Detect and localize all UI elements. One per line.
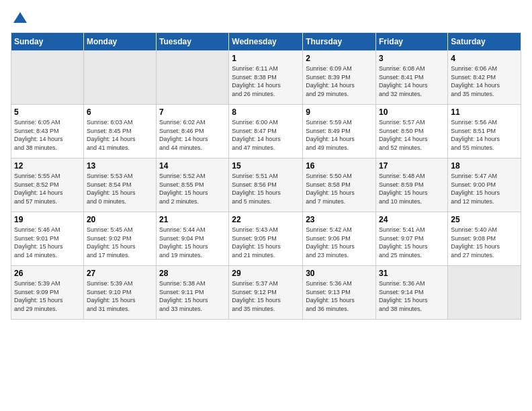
calendar-cell: 21Sunrise: 5:44 AM Sunset: 9:04 PM Dayli…: [157, 212, 229, 266]
calendar-cell: [448, 266, 521, 320]
header-cell-sunday: Sunday: [11, 33, 84, 51]
day-info: Sunrise: 5:51 AM Sunset: 8:56 PM Dayligh…: [232, 172, 300, 205]
page-header: [11, 11, 521, 27]
day-number: 14: [159, 161, 226, 171]
calendar-cell: 6Sunrise: 6:03 AM Sunset: 8:45 PM Daylig…: [83, 105, 156, 158]
header-cell-monday: Monday: [83, 33, 156, 51]
day-number: 18: [451, 161, 518, 171]
day-number: 26: [14, 269, 81, 278]
day-info: Sunrise: 5:57 AM Sunset: 8:50 PM Dayligh…: [379, 118, 445, 152]
day-number: 3: [379, 54, 445, 63]
day-info: Sunrise: 5:43 AM Sunset: 9:05 PM Dayligh…: [232, 226, 300, 259]
day-info: Sunrise: 5:45 AM Sunset: 9:02 PM Dayligh…: [87, 226, 153, 259]
day-number: 23: [306, 215, 373, 224]
day-number: 1: [232, 54, 300, 63]
header-cell-friday: Friday: [376, 33, 448, 51]
week-row: 12Sunrise: 5:55 AM Sunset: 8:52 PM Dayli…: [11, 158, 521, 212]
calendar-cell: 16Sunrise: 5:50 AM Sunset: 8:58 PM Dayli…: [303, 158, 376, 212]
day-number: 4: [451, 54, 518, 63]
calendar-cell: 30Sunrise: 5:36 AM Sunset: 9:13 PM Dayli…: [303, 266, 376, 320]
header-cell-saturday: Saturday: [448, 33, 521, 51]
day-info: Sunrise: 5:50 AM Sunset: 8:58 PM Dayligh…: [306, 172, 373, 205]
day-info: Sunrise: 5:38 AM Sunset: 9:11 PM Dayligh…: [159, 279, 226, 313]
calendar-cell: 29Sunrise: 5:37 AM Sunset: 9:12 PM Dayli…: [229, 266, 303, 320]
calendar-cell: 28Sunrise: 5:38 AM Sunset: 9:11 PM Dayli…: [157, 266, 229, 320]
calendar-cell: 22Sunrise: 5:43 AM Sunset: 9:05 PM Dayli…: [229, 212, 303, 266]
calendar-cell: 17Sunrise: 5:48 AM Sunset: 8:59 PM Dayli…: [376, 158, 448, 212]
calendar-cell: 1Sunrise: 6:11 AM Sunset: 8:38 PM Daylig…: [229, 51, 303, 105]
header-cell-tuesday: Tuesday: [157, 33, 229, 51]
logo-icon: [12, 11, 28, 27]
calendar-cell: 11Sunrise: 5:56 AM Sunset: 8:51 PM Dayli…: [448, 105, 521, 158]
day-info: Sunrise: 5:44 AM Sunset: 9:04 PM Dayligh…: [159, 226, 226, 259]
day-number: 11: [451, 107, 518, 117]
calendar-cell: 8Sunrise: 6:00 AM Sunset: 8:47 PM Daylig…: [229, 105, 303, 158]
day-info: Sunrise: 5:56 AM Sunset: 8:51 PM Dayligh…: [451, 118, 518, 152]
day-number: 19: [14, 215, 81, 224]
day-info: Sunrise: 6:03 AM Sunset: 8:45 PM Dayligh…: [87, 118, 153, 152]
calendar-cell: 2Sunrise: 6:09 AM Sunset: 8:39 PM Daylig…: [303, 51, 376, 105]
day-number: 22: [232, 215, 300, 224]
calendar-cell: 26Sunrise: 5:39 AM Sunset: 9:09 PM Dayli…: [11, 266, 84, 320]
calendar-cell: 19Sunrise: 5:46 AM Sunset: 9:01 PM Dayli…: [11, 212, 84, 266]
calendar-cell: 31Sunrise: 5:36 AM Sunset: 9:14 PM Dayli…: [376, 266, 448, 320]
day-number: 9: [306, 107, 373, 117]
week-row: 1Sunrise: 6:11 AM Sunset: 8:38 PM Daylig…: [11, 51, 521, 105]
day-info: Sunrise: 5:36 AM Sunset: 9:13 PM Dayligh…: [306, 279, 373, 313]
day-info: Sunrise: 6:05 AM Sunset: 8:43 PM Dayligh…: [14, 118, 81, 152]
calendar-header: SundayMondayTuesdayWednesdayThursdayFrid…: [11, 33, 521, 51]
calendar-cell: 20Sunrise: 5:45 AM Sunset: 9:02 PM Dayli…: [83, 212, 156, 266]
calendar-table: SundayMondayTuesdayWednesdayThursdayFrid…: [11, 32, 521, 320]
day-info: Sunrise: 6:00 AM Sunset: 8:47 PM Dayligh…: [232, 118, 300, 152]
day-info: Sunrise: 6:06 AM Sunset: 8:42 PM Dayligh…: [451, 64, 518, 98]
header-cell-thursday: Thursday: [303, 33, 376, 51]
day-info: Sunrise: 5:40 AM Sunset: 9:08 PM Dayligh…: [451, 226, 518, 259]
day-number: 15: [232, 161, 300, 171]
day-number: 5: [14, 107, 81, 117]
calendar-cell: 5Sunrise: 6:05 AM Sunset: 8:43 PM Daylig…: [11, 105, 84, 158]
day-info: Sunrise: 5:53 AM Sunset: 8:54 PM Dayligh…: [87, 172, 153, 205]
calendar-cell: 23Sunrise: 5:42 AM Sunset: 9:06 PM Dayli…: [303, 212, 376, 266]
day-number: 17: [379, 161, 445, 171]
day-number: 2: [306, 54, 373, 63]
day-info: Sunrise: 5:55 AM Sunset: 8:52 PM Dayligh…: [14, 172, 81, 205]
header-row: SundayMondayTuesdayWednesdayThursdayFrid…: [11, 33, 521, 51]
calendar-body: 1Sunrise: 6:11 AM Sunset: 8:38 PM Daylig…: [11, 51, 521, 320]
day-info: Sunrise: 6:02 AM Sunset: 8:46 PM Dayligh…: [159, 118, 226, 152]
day-number: 29: [232, 269, 300, 278]
day-number: 7: [159, 107, 226, 117]
week-row: 26Sunrise: 5:39 AM Sunset: 9:09 PM Dayli…: [11, 266, 521, 320]
calendar-cell: 9Sunrise: 5:59 AM Sunset: 8:49 PM Daylig…: [303, 105, 376, 158]
calendar-cell: 7Sunrise: 6:02 AM Sunset: 8:46 PM Daylig…: [157, 105, 229, 158]
day-info: Sunrise: 5:42 AM Sunset: 9:06 PM Dayligh…: [306, 226, 373, 259]
day-number: 24: [379, 215, 445, 224]
day-info: Sunrise: 5:52 AM Sunset: 8:55 PM Dayligh…: [159, 172, 226, 205]
day-info: Sunrise: 5:47 AM Sunset: 9:00 PM Dayligh…: [451, 172, 518, 205]
day-info: Sunrise: 5:36 AM Sunset: 9:14 PM Dayligh…: [379, 279, 445, 313]
calendar-cell: 10Sunrise: 5:57 AM Sunset: 8:50 PM Dayli…: [376, 105, 448, 158]
day-info: Sunrise: 6:09 AM Sunset: 8:39 PM Dayligh…: [306, 64, 373, 98]
header-cell-wednesday: Wednesday: [229, 33, 303, 51]
calendar-cell: 25Sunrise: 5:40 AM Sunset: 9:08 PM Dayli…: [448, 212, 521, 266]
day-info: Sunrise: 5:46 AM Sunset: 9:01 PM Dayligh…: [14, 226, 81, 259]
calendar-cell: 12Sunrise: 5:55 AM Sunset: 8:52 PM Dayli…: [11, 158, 84, 212]
day-info: Sunrise: 6:08 AM Sunset: 8:41 PM Dayligh…: [379, 64, 445, 98]
day-number: 31: [379, 269, 445, 278]
day-number: 20: [87, 215, 153, 224]
calendar-cell: [83, 51, 156, 105]
day-number: 6: [87, 107, 153, 117]
day-number: 8: [232, 107, 300, 117]
day-number: 28: [159, 269, 226, 278]
day-number: 25: [451, 215, 518, 224]
calendar-cell: 13Sunrise: 5:53 AM Sunset: 8:54 PM Dayli…: [83, 158, 156, 212]
calendar-cell: 18Sunrise: 5:47 AM Sunset: 9:00 PM Dayli…: [448, 158, 521, 212]
calendar-cell: 14Sunrise: 5:52 AM Sunset: 8:55 PM Dayli…: [157, 158, 229, 212]
day-info: Sunrise: 5:59 AM Sunset: 8:49 PM Dayligh…: [306, 118, 373, 152]
calendar-cell: 3Sunrise: 6:08 AM Sunset: 8:41 PM Daylig…: [376, 51, 448, 105]
day-info: Sunrise: 5:39 AM Sunset: 9:10 PM Dayligh…: [87, 279, 153, 313]
day-number: 27: [87, 269, 153, 278]
day-number: 13: [87, 161, 153, 171]
day-info: Sunrise: 5:37 AM Sunset: 9:12 PM Dayligh…: [232, 279, 300, 313]
week-row: 5Sunrise: 6:05 AM Sunset: 8:43 PM Daylig…: [11, 105, 521, 158]
day-info: Sunrise: 5:41 AM Sunset: 9:07 PM Dayligh…: [379, 226, 445, 259]
